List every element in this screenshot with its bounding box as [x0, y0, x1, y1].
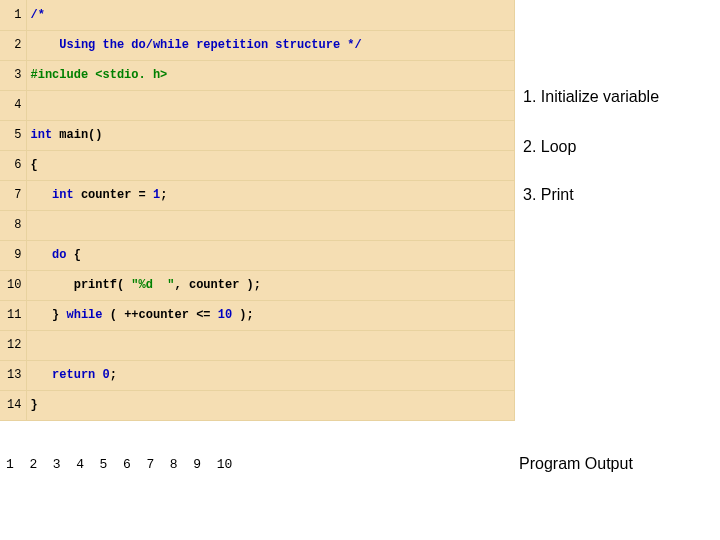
line-number: 14: [0, 390, 26, 420]
code-text: int counter = 1;: [26, 180, 515, 210]
code-line: 2 Using the do/while repetition structur…: [0, 30, 515, 60]
code-text: [26, 210, 515, 240]
code-text: do {: [26, 240, 515, 270]
line-number: 12: [0, 330, 26, 360]
code-line: 10 printf( "%d ", counter );: [0, 270, 515, 300]
line-number: 5: [0, 120, 26, 150]
annotation-loop: 2. Loop: [523, 138, 720, 156]
code-line: 1 /*: [0, 0, 515, 30]
code-text: Using the do/while repetition structure …: [26, 30, 515, 60]
line-number: 11: [0, 300, 26, 330]
code-line: 3 #include <stdio. h>: [0, 60, 515, 90]
line-number: 8: [0, 210, 26, 240]
code-table: 1 /* 2 Using the do/while repetition str…: [0, 0, 515, 421]
code-line: 13 return 0;: [0, 360, 515, 390]
code-text: printf( "%d ", counter );: [26, 270, 515, 300]
code-text: [26, 90, 515, 120]
line-number: 3: [0, 60, 26, 90]
code-text: int main(): [26, 120, 515, 150]
line-number: 4: [0, 90, 26, 120]
code-line: 4: [0, 90, 515, 120]
code-text: [26, 330, 515, 360]
line-number: 7: [0, 180, 26, 210]
code-text: }: [26, 390, 515, 420]
code-line: 11 } while ( ++counter <= 10 );: [0, 300, 515, 330]
code-line: 12: [0, 330, 515, 360]
code-panel: 1 /* 2 Using the do/while repetition str…: [0, 0, 515, 421]
program-output-label: Program Output: [515, 455, 633, 473]
annotations-panel: 1. Initialize variable 2. Loop 3. Print: [515, 0, 720, 421]
code-text: } while ( ++counter <= 10 );: [26, 300, 515, 330]
annotation-print: 3. Print: [523, 186, 720, 204]
line-number: 13: [0, 360, 26, 390]
line-number: 1: [0, 0, 26, 30]
code-line: 7 int counter = 1;: [0, 180, 515, 210]
line-number: 6: [0, 150, 26, 180]
code-text: #include <stdio. h>: [26, 60, 515, 90]
code-line: 6 {: [0, 150, 515, 180]
code-line: 9 do {: [0, 240, 515, 270]
code-text: return 0;: [26, 360, 515, 390]
code-line: 14 }: [0, 390, 515, 420]
code-line: 8: [0, 210, 515, 240]
annotation-initialize: 1. Initialize variable: [523, 88, 720, 106]
line-number: 2: [0, 30, 26, 60]
program-output: 1 2 3 4 5 6 7 8 9 10: [0, 449, 515, 480]
code-text: {: [26, 150, 515, 180]
code-text: /*: [26, 0, 515, 30]
code-line: 5 int main(): [0, 120, 515, 150]
line-number: 10: [0, 270, 26, 300]
line-number: 9: [0, 240, 26, 270]
